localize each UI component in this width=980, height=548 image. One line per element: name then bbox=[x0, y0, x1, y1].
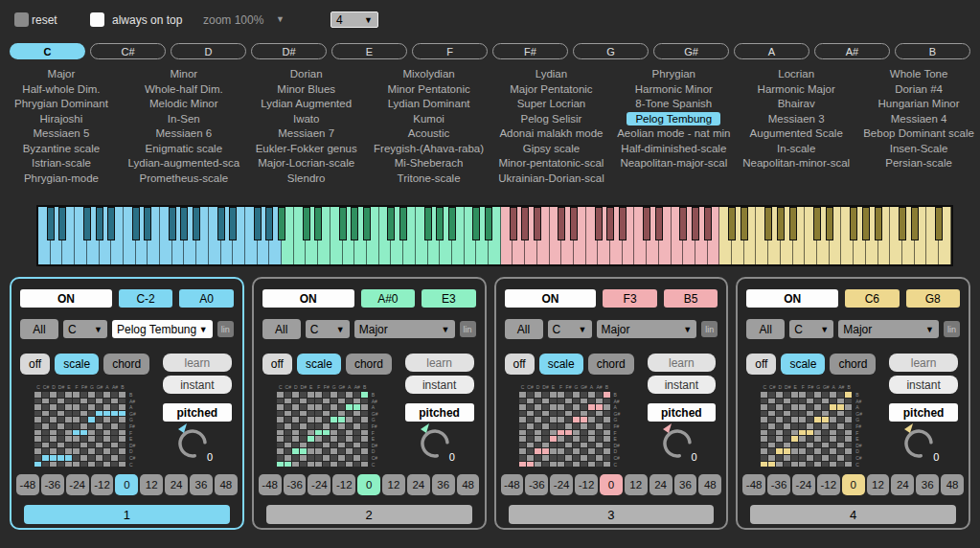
grid-cell[interactable] bbox=[315, 462, 322, 468]
transpose-button-0[interactable]: 0 bbox=[115, 474, 138, 495]
grid-cell[interactable] bbox=[338, 462, 345, 468]
grid-cell[interactable] bbox=[88, 436, 95, 442]
grid-cell[interactable] bbox=[50, 443, 57, 448]
grid-cell[interactable] bbox=[814, 462, 821, 468]
grid-cell[interactable] bbox=[845, 462, 852, 468]
grid-cell[interactable] bbox=[542, 436, 549, 442]
piano-key-black[interactable] bbox=[534, 207, 541, 240]
piano-key-black[interactable] bbox=[180, 207, 188, 240]
grid-cell[interactable] bbox=[814, 443, 821, 448]
transpose-button-24[interactable]: 24 bbox=[407, 474, 430, 495]
grid-cell[interactable] bbox=[361, 411, 368, 417]
grid-cell[interactable] bbox=[768, 392, 775, 398]
transpose-button-0[interactable]: 0 bbox=[842, 474, 865, 495]
grid-cell[interactable] bbox=[300, 430, 307, 436]
grid-cell[interactable] bbox=[807, 462, 813, 468]
grid-cell[interactable] bbox=[573, 417, 580, 422]
grid-cell[interactable] bbox=[535, 399, 541, 404]
note-button-A#[interactable]: A# bbox=[814, 43, 890, 59]
grid-cell[interactable] bbox=[308, 443, 314, 448]
grid-cell[interactable] bbox=[80, 443, 87, 448]
transpose-button-36[interactable]: 36 bbox=[674, 474, 697, 495]
grid-cell[interactable] bbox=[96, 423, 103, 429]
grid-cell[interactable] bbox=[845, 448, 852, 454]
grid-cell[interactable] bbox=[57, 455, 64, 461]
grid-cell[interactable] bbox=[292, 399, 299, 404]
grid-cell[interactable] bbox=[565, 430, 572, 436]
grid-cell[interactable] bbox=[292, 462, 299, 468]
scale-select[interactable]: Major▼ bbox=[838, 320, 939, 338]
note-button-E[interactable]: E bbox=[331, 43, 407, 59]
grid-cell[interactable] bbox=[573, 462, 580, 468]
scale-option[interactable]: Harmonic Major bbox=[758, 82, 835, 98]
grid-cell[interactable] bbox=[519, 417, 526, 422]
scale-option[interactable]: Ukrainian-Dorian-scal bbox=[498, 171, 604, 187]
grid-cell[interactable] bbox=[103, 404, 110, 410]
grid-cell[interactable] bbox=[604, 436, 610, 442]
grid-cell[interactable] bbox=[300, 448, 307, 454]
transpose-button-24[interactable]: 24 bbox=[165, 474, 188, 495]
grid-cell[interactable] bbox=[338, 392, 345, 398]
grid-cell[interactable] bbox=[542, 430, 549, 436]
grid-cell[interactable] bbox=[784, 404, 790, 410]
grid-cell[interactable] bbox=[50, 423, 57, 429]
grid-cell[interactable] bbox=[550, 404, 557, 410]
range-high-button[interactable]: E3 bbox=[422, 289, 475, 308]
grid-cell[interactable] bbox=[542, 443, 549, 448]
piano-key-black[interactable] bbox=[363, 207, 371, 240]
grid-cell[interactable] bbox=[761, 392, 767, 398]
grid-cell[interactable] bbox=[277, 423, 284, 429]
grid-cell[interactable] bbox=[119, 404, 125, 410]
grid-cell[interactable] bbox=[837, 392, 844, 398]
grid-cell[interactable] bbox=[338, 411, 345, 417]
grid-cell[interactable] bbox=[119, 411, 125, 417]
grid-cell[interactable] bbox=[119, 392, 125, 398]
grid-cell[interactable] bbox=[776, 462, 783, 468]
root-note-select[interactable]: C▼ bbox=[306, 320, 350, 338]
panel-number-bar[interactable]: 2 bbox=[266, 505, 472, 524]
grid-cell[interactable] bbox=[292, 455, 299, 461]
grid-cell[interactable] bbox=[791, 399, 798, 404]
scale-option[interactable]: Acoustic bbox=[408, 126, 449, 142]
on-button[interactable]: ON bbox=[505, 289, 597, 308]
grid-cell[interactable] bbox=[768, 462, 775, 468]
grid-cell[interactable] bbox=[111, 417, 118, 422]
scale-option[interactable]: Messiaen 4 bbox=[891, 112, 947, 127]
grid-cell[interactable] bbox=[784, 423, 790, 429]
grid-cell[interactable] bbox=[791, 392, 798, 398]
grid-cell[interactable] bbox=[596, 417, 603, 422]
scale-option[interactable]: Kumoi bbox=[413, 112, 444, 127]
grid-cell[interactable] bbox=[308, 417, 314, 422]
grid-cell[interactable] bbox=[285, 436, 291, 442]
grid-cell[interactable] bbox=[761, 430, 767, 436]
piano-key-black[interactable] bbox=[387, 207, 395, 240]
grid-cell[interactable] bbox=[323, 448, 330, 454]
grid-cell[interactable] bbox=[519, 411, 526, 417]
grid-cell[interactable] bbox=[57, 448, 64, 454]
grid-cell[interactable] bbox=[761, 462, 767, 468]
grid-cell[interactable] bbox=[830, 443, 836, 448]
grid-cell[interactable] bbox=[323, 436, 330, 442]
grid-cell[interactable] bbox=[315, 436, 322, 442]
always-on-top-checkbox[interactable] bbox=[90, 12, 104, 27]
grid-cell[interactable] bbox=[285, 404, 291, 410]
grid-cell[interactable] bbox=[338, 399, 345, 404]
grid-cell[interactable] bbox=[822, 411, 829, 417]
grid-cell[interactable] bbox=[799, 455, 806, 461]
grid-cell[interactable] bbox=[550, 448, 557, 454]
grid-cell[interactable] bbox=[596, 455, 603, 461]
grid-cell[interactable] bbox=[573, 404, 580, 410]
transpose-knob[interactable]: 0 bbox=[171, 420, 215, 464]
transpose-button--12[interactable]: -12 bbox=[332, 474, 355, 495]
range-low-button[interactable]: C-2 bbox=[119, 289, 172, 308]
scale-select[interactable]: Major▼ bbox=[354, 320, 455, 338]
grid-cell[interactable] bbox=[784, 411, 790, 417]
grid-cell[interactable] bbox=[111, 430, 118, 436]
grid-cell[interactable] bbox=[57, 436, 64, 442]
grid-cell[interactable] bbox=[330, 423, 337, 429]
grid-cell[interactable] bbox=[42, 399, 49, 404]
grid-cell[interactable] bbox=[119, 455, 125, 461]
grid-cell[interactable] bbox=[42, 423, 49, 429]
grid-cell[interactable] bbox=[308, 462, 314, 468]
grid-cell[interactable] bbox=[323, 399, 330, 404]
